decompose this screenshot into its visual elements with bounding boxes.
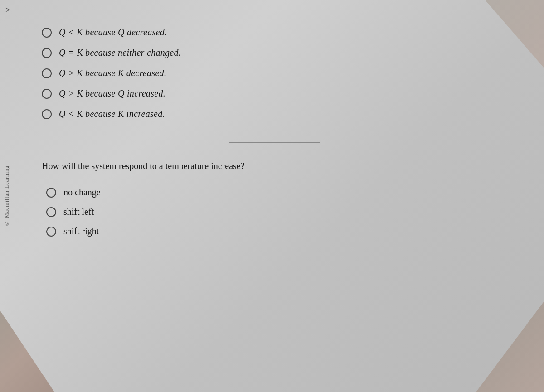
copyright-watermark: © Macmillan Learning	[0, 0, 14, 392]
main-container: > © Macmillan Learning Q < K because Q d…	[0, 0, 544, 392]
content-area: Q < K because Q decreased. Q = K because…	[15, 0, 544, 392]
radio-button-1[interactable]	[42, 28, 52, 38]
sub-radio-button-2[interactable]	[46, 207, 56, 217]
sub-option-2[interactable]: shift left	[46, 207, 508, 217]
option-2[interactable]: Q = K because neither changed.	[42, 48, 508, 58]
option-5-text: Q < K because K increased.	[59, 109, 165, 119]
option-3[interactable]: Q > K because K decreased.	[42, 68, 508, 78]
question2-prompt: How will the system respond to a tempera…	[42, 161, 508, 171]
radio-button-4[interactable]	[42, 89, 52, 99]
question1-section: Q < K because Q decreased. Q = K because…	[42, 27, 508, 119]
option-4-text: Q > K because Q increased.	[59, 88, 165, 99]
option-3-text: Q > K because K decreased.	[59, 68, 166, 78]
option-1-text: Q < K because Q decreased.	[59, 27, 167, 38]
option-5[interactable]: Q < K because K increased.	[42, 109, 508, 119]
radio-button-5[interactable]	[42, 109, 52, 119]
sub-option-2-text: shift left	[63, 207, 94, 217]
radio-button-2[interactable]	[42, 48, 52, 58]
sub-option-3-text: shift right	[63, 226, 99, 237]
sub-option-1-text: no change	[63, 187, 101, 198]
sub-option-3[interactable]: shift right	[46, 226, 508, 237]
option-4[interactable]: Q > K because Q increased.	[42, 88, 508, 99]
question2-section: no change shift left shift right	[46, 187, 508, 237]
section-divider	[229, 142, 320, 143]
option-2-text: Q = K because neither changed.	[59, 48, 181, 58]
sub-radio-button-3[interactable]	[46, 227, 56, 237]
sub-radio-button-1[interactable]	[46, 188, 56, 198]
radio-button-3[interactable]	[42, 68, 52, 78]
sub-option-1[interactable]: no change	[46, 187, 508, 198]
option-1[interactable]: Q < K because Q decreased.	[42, 27, 508, 38]
